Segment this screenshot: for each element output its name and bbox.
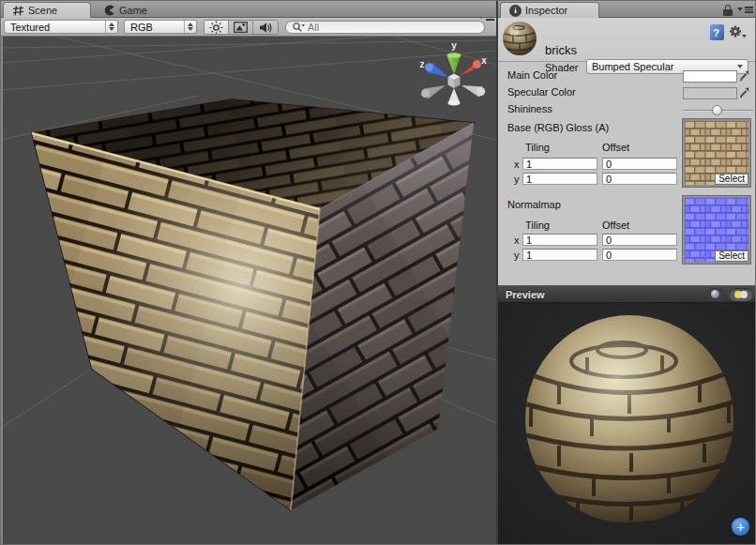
orientation-gizmo[interactable]: y x z xyxy=(420,40,488,106)
draw-mode-value: Textured xyxy=(5,22,105,33)
skybox-toggle-button[interactable] xyxy=(229,21,253,34)
render-mode-dropdown[interactable]: RGB xyxy=(124,20,197,34)
specular-color-swatch[interactable] xyxy=(683,87,737,99)
search-icon xyxy=(292,22,305,33)
gizmo-y-axis[interactable] xyxy=(447,53,461,74)
scene-search-input[interactable]: All xyxy=(285,21,485,34)
base-texture-thumbnail[interactable]: Select xyxy=(683,119,750,187)
image-icon xyxy=(234,22,248,33)
base-tiling-y-input[interactable] xyxy=(522,173,597,185)
normal-y-label: y xyxy=(514,250,520,261)
add-button[interactable]: + xyxy=(732,518,749,536)
brick-cube[interactable] xyxy=(32,99,474,510)
tab-scene-label: Scene xyxy=(28,5,57,16)
tab-game-label: Game xyxy=(119,5,147,16)
normal-select-button[interactable]: Select xyxy=(715,250,748,262)
normal-offset-label: Offset xyxy=(602,220,629,231)
specular-color-label: Specular Color xyxy=(507,86,576,98)
speaker-icon xyxy=(259,22,273,34)
scene-viewport[interactable]: y x z xyxy=(1,37,496,545)
gizmo-y-label[interactable]: y xyxy=(451,40,457,51)
sphere-icon xyxy=(711,290,719,298)
white-light-icon xyxy=(740,291,748,298)
audio-toggle-button[interactable] xyxy=(253,21,278,34)
gizmo-x-label[interactable]: x xyxy=(481,55,487,66)
normal-offset-y-input[interactable] xyxy=(602,249,677,261)
gizmo-z-label[interactable]: z xyxy=(420,59,425,69)
normal-offset-x-input[interactable] xyxy=(602,234,677,246)
preview-title-bar[interactable]: Preview xyxy=(498,285,756,303)
normal-x-label: x xyxy=(514,235,520,246)
base-y-label: y xyxy=(514,174,520,185)
tab-strip: Scene Game i Inspector xyxy=(1,1,756,18)
slider-handle[interactable] xyxy=(712,105,722,115)
mesh-preview-button[interactable] xyxy=(705,288,725,301)
material-name: bricks xyxy=(545,43,577,57)
base-offset-label: Offset xyxy=(602,142,629,153)
base-map-label: Base (RGB) Gloss (A) xyxy=(507,122,609,133)
info-icon: i xyxy=(509,5,522,17)
preview-light-button[interactable] xyxy=(729,288,753,301)
gizmo-cube xyxy=(448,74,461,89)
main-color-label: Main Color xyxy=(507,69,557,81)
material-header: bricks Shader Bumped Specular ? xyxy=(498,18,756,62)
shader-value: Bumped Specular xyxy=(592,61,673,72)
tab-game[interactable]: Game xyxy=(95,2,157,18)
base-select-button[interactable]: Select xyxy=(715,174,748,185)
base-x-label: x xyxy=(514,159,520,170)
scene-toggle-group xyxy=(204,20,279,35)
scene-search-value: All xyxy=(308,22,319,33)
panel-divider[interactable] xyxy=(496,1,498,545)
inspector-menu-icon[interactable] xyxy=(737,7,753,13)
shininess-slider[interactable] xyxy=(683,104,753,116)
gizmo-negative-axes[interactable] xyxy=(421,85,485,106)
eyedropper-icon[interactable] xyxy=(738,68,751,82)
tab-scene[interactable]: Scene xyxy=(3,2,91,18)
normal-tiling-x-input[interactable] xyxy=(522,234,597,246)
tab-inspector[interactable]: i Inspector xyxy=(500,2,599,18)
unity-editor-window: Scene Game i Inspector Textured RGB xyxy=(0,0,756,545)
material-ball-icon xyxy=(502,21,537,56)
popup-arrows-icon xyxy=(105,21,117,33)
draw-mode-dropdown[interactable]: Textured xyxy=(4,20,118,34)
lighting-toggle-button[interactable] xyxy=(204,21,229,34)
render-mode-value: RGB xyxy=(125,22,184,33)
inspector-panel: bricks Shader Bumped Specular ? Main Col… xyxy=(498,1,756,545)
shininess-label: Shininess xyxy=(507,103,552,114)
eyedropper-icon[interactable] xyxy=(738,85,751,98)
scene-canvas[interactable]: y x z xyxy=(3,37,496,544)
gizmo-z-axis[interactable] xyxy=(425,63,448,77)
normal-tiling-label: Tiling xyxy=(525,220,550,231)
help-icon[interactable]: ? xyxy=(708,24,724,40)
preview-title: Preview xyxy=(506,289,705,300)
base-offset-y-input[interactable] xyxy=(602,173,677,185)
grid-icon xyxy=(12,6,24,16)
preview-sphere[interactable] xyxy=(498,303,756,545)
popup-arrows-icon xyxy=(184,21,196,33)
scene-toolbar: Textured RGB xyxy=(1,18,496,37)
base-tiling-label: Tiling xyxy=(525,142,550,153)
material-preview-area[interactable]: + xyxy=(498,303,756,545)
main-color-swatch[interactable] xyxy=(683,70,737,83)
gear-icon[interactable] xyxy=(729,24,748,40)
base-tiling-x-input[interactable] xyxy=(522,158,597,170)
normal-map-label: Normalmap xyxy=(507,199,561,210)
sun-icon xyxy=(209,21,223,35)
game-icon xyxy=(103,4,115,16)
lock-icon[interactable] xyxy=(723,5,733,16)
base-offset-x-input[interactable] xyxy=(602,158,677,170)
gizmo-x-axis[interactable] xyxy=(460,59,481,76)
normal-tiling-y-input[interactable] xyxy=(522,249,597,261)
tab-inspector-label: Inspector xyxy=(525,5,567,16)
normal-map-thumbnail[interactable]: Select xyxy=(683,196,750,264)
